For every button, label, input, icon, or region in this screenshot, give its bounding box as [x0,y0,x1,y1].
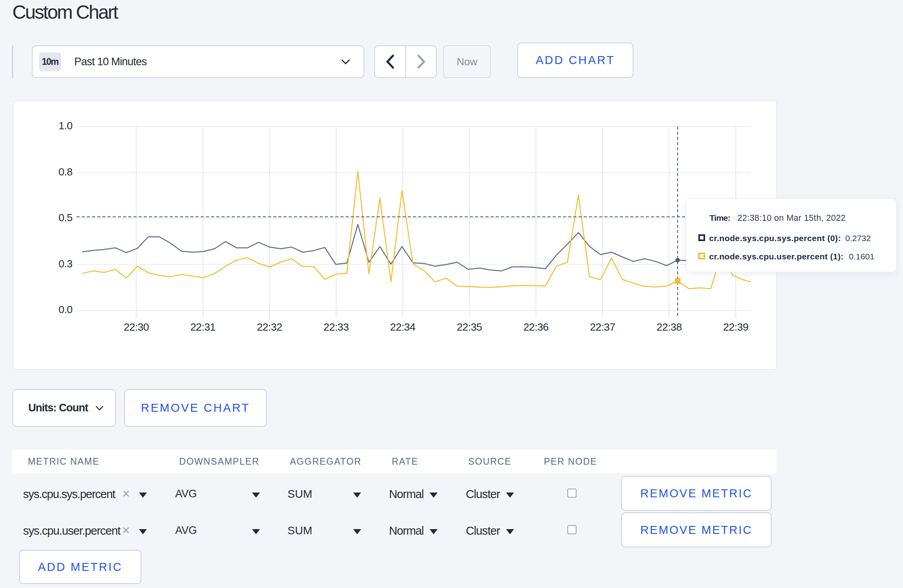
svg-text:22:36: 22:36 [523,321,548,333]
svg-text:22:30: 22:30 [124,321,149,333]
svg-text:0.8: 0.8 [59,166,72,178]
svg-text:0.0: 0.0 [59,304,72,315]
svg-text:0.3: 0.3 [59,258,72,270]
svg-text:22:35: 22:35 [457,321,482,333]
svg-text:22:33: 22:33 [324,321,349,333]
svg-text:0.5: 0.5 [59,212,72,224]
svg-text:22:37: 22:37 [590,321,615,333]
svg-text:22:31: 22:31 [190,321,215,333]
svg-text:22:34: 22:34 [390,321,415,333]
svg-text:22:32: 22:32 [257,321,282,333]
svg-text:22:38: 22:38 [657,321,682,333]
svg-text:1.0: 1.0 [59,120,72,132]
svg-text:22:39: 22:39 [723,321,748,333]
